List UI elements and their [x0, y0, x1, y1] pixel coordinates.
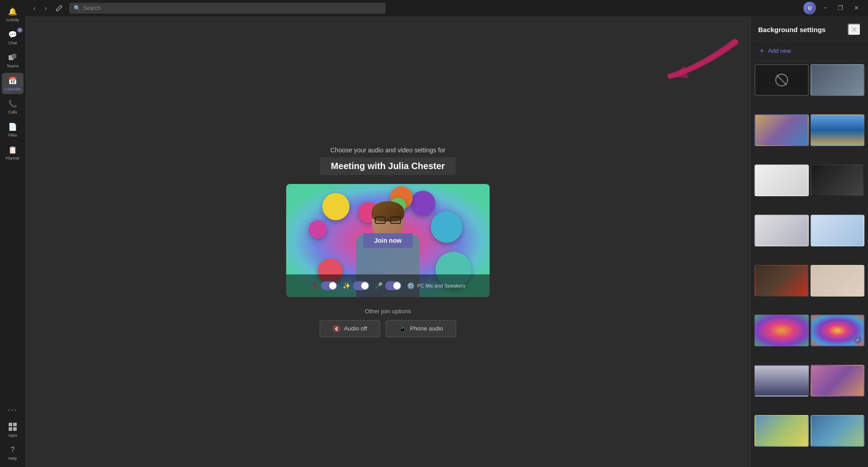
phone-icon: 📱 — [399, 325, 406, 332]
selected-checkmark: ✓ — [854, 335, 862, 344]
bg-thumb-light-room[interactable] — [755, 215, 809, 246]
mic-icon: 🎤 — [375, 282, 382, 289]
ball-teal — [431, 211, 462, 243]
mic-control: 🎤 — [375, 281, 401, 290]
join-options: Other join options 🔇 Audio off 📱 Phone a… — [320, 308, 456, 337]
sidebar-item-chat-wrap: 💬 Chat 6 — [2, 27, 24, 48]
effects-toggle[interactable] — [353, 281, 369, 290]
svg-rect-3 — [13, 423, 17, 426]
svg-rect-1 — [12, 54, 16, 58]
sidebar-item-more[interactable]: ··· — [2, 402, 24, 417]
bg-thumb-dark-room[interactable] — [811, 165, 865, 196]
calendar-icon: 📅 — [8, 75, 18, 85]
svg-rect-5 — [13, 427, 17, 431]
bg-thumb-none[interactable] — [755, 64, 809, 96]
background-settings-panel: Background settings ✕ ＋ Add new — [750, 16, 868, 467]
meeting-title: Meeting with Julia Chester — [331, 161, 445, 171]
titlebar-right: U − ❐ ✕ — [803, 0, 863, 16]
restore-button[interactable]: ❐ — [834, 0, 847, 16]
bg-panel-title: Background settings — [758, 26, 826, 33]
join-options-buttons: 🔇 Audio off 📱 Phone audio — [320, 320, 456, 337]
activity-icon: 🔔 — [8, 6, 18, 16]
bg-thumb-balloons1[interactable] — [755, 315, 809, 346]
sidebar-item-calendar[interactable]: 📅 Calendar — [2, 73, 24, 94]
files-icon: 📄 — [8, 122, 18, 132]
audio-off-icon: 🔇 — [333, 325, 340, 332]
sidebar-item-files[interactable]: 📄 Files — [2, 119, 24, 140]
svg-line-8 — [777, 75, 787, 85]
bg-none-inner — [755, 65, 808, 95]
svg-rect-4 — [9, 427, 12, 431]
bg-thumb-white-room[interactable] — [755, 165, 809, 196]
meeting-header: Choose your audio and video settings for… — [320, 146, 456, 175]
calls-icon: 📞 — [8, 99, 18, 108]
svg-rect-2 — [9, 423, 12, 426]
audio-off-label: Audio off — [344, 325, 367, 332]
other-options-label: Other join options — [320, 308, 456, 315]
sidebar-item-help[interactable]: ? Help — [2, 442, 24, 463]
bg-blur-inner — [811, 65, 864, 95]
bg-panel-close-button[interactable]: ✕ — [848, 24, 861, 36]
bg-thumb-office1[interactable] — [755, 114, 809, 146]
phone-audio-label: Phone audio — [410, 325, 443, 332]
planner-icon: 📋 — [8, 145, 18, 155]
bg-thumb-bridge[interactable] — [755, 365, 809, 396]
effects-control: ✨ — [343, 281, 369, 290]
sidebar-item-apps[interactable]: Apps — [2, 419, 24, 440]
camera-toggle[interactable] — [321, 281, 337, 290]
edit-icon[interactable] — [53, 2, 66, 14]
back-button[interactable]: ‹ — [31, 4, 38, 13]
forward-button[interactable]: › — [42, 4, 50, 13]
ball-magenta — [309, 220, 327, 238]
search-bar[interactable]: 🔍 Search — [69, 3, 386, 14]
search-icon: 🔍 — [74, 5, 80, 11]
glasses — [375, 217, 401, 224]
teams-icon — [8, 52, 18, 62]
phone-audio-button[interactable]: 📱 Phone audio — [386, 320, 456, 337]
sidebar-item-activity[interactable]: 🔔 Activity — [2, 4, 24, 25]
user-avatar[interactable]: U — [803, 2, 816, 14]
bg-thumb-city[interactable] — [811, 114, 865, 146]
apps-icon — [8, 422, 18, 432]
bg-panel-header: Background settings ✕ — [751, 16, 868, 42]
titlebar: ‹ › 🔍 Search U − ❐ ✕ — [25, 0, 868, 16]
bg-thumb-mountains[interactable] — [811, 365, 865, 396]
camera-control: 🎥 — [311, 281, 337, 290]
search-placeholder: Search — [83, 5, 100, 11]
speaker-settings[interactable]: ⚙️ PC Mic and Speakers — [407, 282, 465, 289]
minimize-button[interactable]: − — [820, 0, 830, 16]
video-preview: Join now 🎥 ✨ 🎤 — [286, 184, 490, 297]
sidebar-item-teams[interactable]: Teams — [2, 50, 24, 71]
meeting-title-box: Meeting with Julia Chester — [320, 157, 456, 175]
add-new-label: Add new — [768, 47, 791, 54]
bg-thumb-neutral-hall[interactable] — [811, 265, 865, 297]
bg-thumb-balloons2[interactable]: ✓ — [811, 315, 865, 346]
more-icon: ··· — [8, 405, 17, 415]
controls-bar: 🎥 ✨ 🎤 ⚙️ PC Mic and Speakers — [286, 274, 490, 297]
effects-icon: ✨ — [343, 282, 350, 289]
settings-icon: ⚙️ — [407, 282, 415, 289]
main-content: Choose your audio and video settings for… — [25, 16, 750, 467]
help-icon: ? — [8, 445, 18, 455]
bg-thumb-outdoor1[interactable] — [755, 415, 809, 447]
sidebar: 🔔 Activity 💬 Chat 6 Teams 📅 Calendar 📞 C… — [0, 0, 25, 467]
bg-thumb-outdoor2[interactable] — [811, 415, 865, 447]
mic-toggle[interactable] — [385, 281, 401, 290]
audio-off-button[interactable]: 🔇 Audio off — [320, 320, 380, 337]
bg-thumb-blur[interactable] — [811, 64, 865, 96]
speaker-label: PC Mic and Speakers — [417, 283, 465, 288]
bg-thumb-industrial[interactable] — [755, 265, 809, 297]
bg-thumb-bright-room[interactable] — [811, 215, 865, 246]
add-new-icon: ＋ — [758, 46, 765, 56]
bg-add-new-button[interactable]: ＋ Add new — [751, 42, 868, 61]
join-now-button[interactable]: Join now — [363, 233, 413, 248]
camera-icon: 🎥 — [311, 282, 318, 289]
meeting-subtitle: Choose your audio and video settings for — [320, 146, 456, 154]
chat-badge: 6 — [17, 28, 23, 33]
background-grid: ✓ — [751, 61, 868, 467]
sidebar-item-calls[interactable]: 📞 Calls — [2, 96, 24, 117]
sidebar-item-planner[interactable]: 📋 Planner — [2, 142, 24, 163]
chat-icon: 💬 — [8, 29, 18, 39]
close-button[interactable]: ✕ — [850, 0, 863, 16]
